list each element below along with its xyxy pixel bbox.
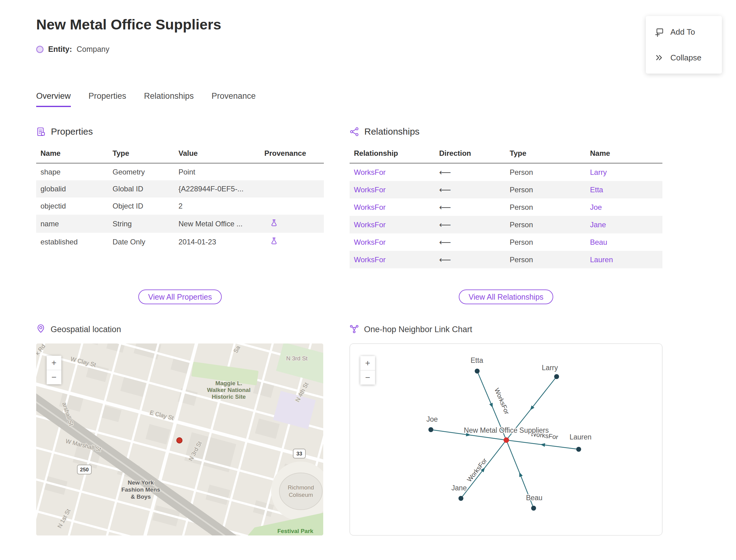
svg-text:Coliseum: Coliseum xyxy=(289,492,313,498)
map-marker xyxy=(177,438,182,443)
direction-arrow: ⟵ xyxy=(435,251,505,268)
svg-text:Larry: Larry xyxy=(542,364,558,372)
relationships-table: Relationship Direction Type Name WorksFo… xyxy=(350,145,662,268)
collapse-icon xyxy=(654,53,664,63)
geospatial-header: Geospatial location xyxy=(36,324,121,335)
table-row: WorksFor ⟵ Person Larry xyxy=(350,163,662,181)
relationship-link[interactable]: WorksFor xyxy=(354,168,386,176)
entity-summary: Entity: Company xyxy=(36,45,109,54)
properties-header-row: Name Type Value Provenance xyxy=(36,145,324,163)
chart-zoom-control: + − xyxy=(360,356,375,385)
tab-properties[interactable]: Properties xyxy=(89,91,126,107)
relationship-link[interactable]: WorksFor xyxy=(354,203,386,211)
relationship-link[interactable]: WorksFor xyxy=(354,238,386,246)
svg-text:New York: New York xyxy=(128,479,154,486)
add-to-button[interactable]: Add To xyxy=(646,19,722,45)
geospatial-map[interactable]: + − xyxy=(36,343,323,535)
link-chart-canvas[interactable]: WorksFor WorksFor WorksFor Etta Larry Jo… xyxy=(350,344,662,535)
zoom-out-button[interactable]: − xyxy=(47,370,61,384)
table-row: globalid Global ID {A228944F-0EF5-... xyxy=(36,180,324,198)
col-name: Name xyxy=(36,145,108,163)
add-to-icon xyxy=(654,27,664,37)
tab-relationships[interactable]: Relationships xyxy=(144,91,194,107)
link-chart-header: One-hop Neighbor Link Chart xyxy=(350,324,472,335)
svg-text:Festival Park: Festival Park xyxy=(277,528,313,534)
node-etta xyxy=(475,369,480,374)
svg-text:Etta: Etta xyxy=(471,356,483,364)
node-joe xyxy=(428,427,433,432)
svg-text:N 3rd St: N 3rd St xyxy=(286,355,308,362)
relationships-title: Relationships xyxy=(364,126,420,137)
col-type: Type xyxy=(108,145,174,163)
tab-overview[interactable]: Overview xyxy=(36,91,71,107)
table-row: WorksFor ⟵ Person Jane xyxy=(350,216,662,233)
relationships-header-row: Relationship Direction Type Name xyxy=(350,145,662,163)
entity-link[interactable]: Lauren xyxy=(590,255,613,264)
svg-text:250: 250 xyxy=(80,467,89,473)
map-pin-icon xyxy=(36,324,45,335)
direction-arrow: ⟵ xyxy=(435,233,505,251)
node-jane xyxy=(458,496,463,501)
tab-bar: Overview Properties Relationships Proven… xyxy=(36,91,256,107)
properties-icon xyxy=(36,127,46,136)
col-value: Value xyxy=(174,145,260,163)
map-canvas[interactable]: k Rd W Clay St Sa N 3rd St N 4th St E Cl… xyxy=(36,343,323,535)
entity-type-value: Company xyxy=(77,45,109,54)
relationship-link[interactable]: WorksFor xyxy=(354,186,386,194)
link-chart-icon xyxy=(350,324,359,335)
entity-link[interactable]: Larry xyxy=(590,168,607,176)
col-provenance: Provenance xyxy=(260,145,324,163)
direction-arrow: ⟵ xyxy=(435,198,505,216)
svg-text:33: 33 xyxy=(297,451,302,457)
chart-edge-labels: WorksFor WorksFor WorksFor xyxy=(466,387,558,483)
svg-text:Walker National: Walker National xyxy=(207,387,251,393)
provenance-flask-icon[interactable] xyxy=(270,237,278,247)
relationship-link[interactable]: WorksFor xyxy=(354,255,386,264)
table-row: WorksFor ⟵ Person Lauren xyxy=(350,251,662,268)
svg-text:Fashion Mens: Fashion Mens xyxy=(121,486,160,493)
view-all-relationships-button[interactable]: View All Relationships xyxy=(459,290,553,304)
direction-arrow: ⟵ xyxy=(435,181,505,198)
collapse-button[interactable]: Collapse xyxy=(646,45,722,71)
table-row: established Date Only 2014-01-23 xyxy=(36,233,324,251)
properties-title: Properties xyxy=(51,126,93,137)
zoom-in-button[interactable]: + xyxy=(360,356,375,370)
svg-text:Beau: Beau xyxy=(526,494,542,502)
action-card: Add To Collapse xyxy=(646,16,722,74)
page-title: New Metal Office Suppliers xyxy=(36,16,221,33)
link-chart-panel[interactable]: + − WorksFor WorksFor WorksFor xyxy=(350,343,662,535)
entity-link[interactable]: Joe xyxy=(590,203,602,211)
svg-text:Historic Site: Historic Site xyxy=(212,393,246,400)
direction-arrow: ⟵ xyxy=(435,216,505,233)
map-zoom-control: + − xyxy=(47,356,61,384)
table-row: WorksFor ⟵ Person Beau xyxy=(350,233,662,251)
entity-link[interactable]: Beau xyxy=(590,238,607,246)
geospatial-title: Geospatial location xyxy=(51,325,121,334)
provenance-flask-icon[interactable] xyxy=(270,219,278,229)
entity-link[interactable]: Etta xyxy=(590,186,603,194)
node-beau xyxy=(531,506,536,511)
properties-section: Properties Name Type Value Provenance sh… xyxy=(36,126,324,251)
node-center[interactable] xyxy=(504,437,509,443)
node-larry xyxy=(554,374,559,379)
zoom-out-button[interactable]: − xyxy=(360,370,375,385)
entity-link[interactable]: Jane xyxy=(590,221,606,229)
table-row: shape Geometry Point xyxy=(36,163,324,180)
zoom-in-button[interactable]: + xyxy=(47,356,61,370)
properties-table: Name Type Value Provenance shape Geometr… xyxy=(36,145,324,251)
col-direction: Direction xyxy=(435,145,505,163)
add-to-label: Add To xyxy=(670,27,695,37)
route-shield-33: 33 xyxy=(293,449,305,458)
direction-arrow: ⟵ xyxy=(435,163,505,181)
col-relationship: Relationship xyxy=(350,145,435,163)
relationship-link[interactable]: WorksFor xyxy=(354,221,386,229)
svg-text:Richmond: Richmond xyxy=(288,484,314,491)
tab-provenance[interactable]: Provenance xyxy=(212,91,256,107)
table-row: name String New Metal Office ... xyxy=(36,215,324,233)
col-type: Type xyxy=(505,145,586,163)
table-row: WorksFor ⟵ Person Joe xyxy=(350,198,662,216)
table-row: objectid Object ID 2 xyxy=(36,198,324,215)
table-row: WorksFor ⟵ Person Etta xyxy=(350,181,662,198)
svg-text:WorksFor: WorksFor xyxy=(466,457,488,483)
view-all-properties-button[interactable]: View All Properties xyxy=(138,290,222,304)
